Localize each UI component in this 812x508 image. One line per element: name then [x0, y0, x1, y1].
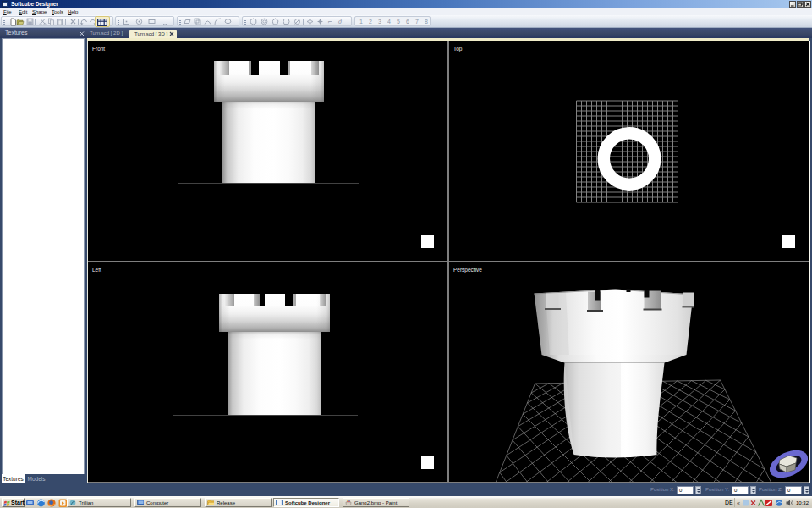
svg-text:«: «: [737, 500, 740, 506]
